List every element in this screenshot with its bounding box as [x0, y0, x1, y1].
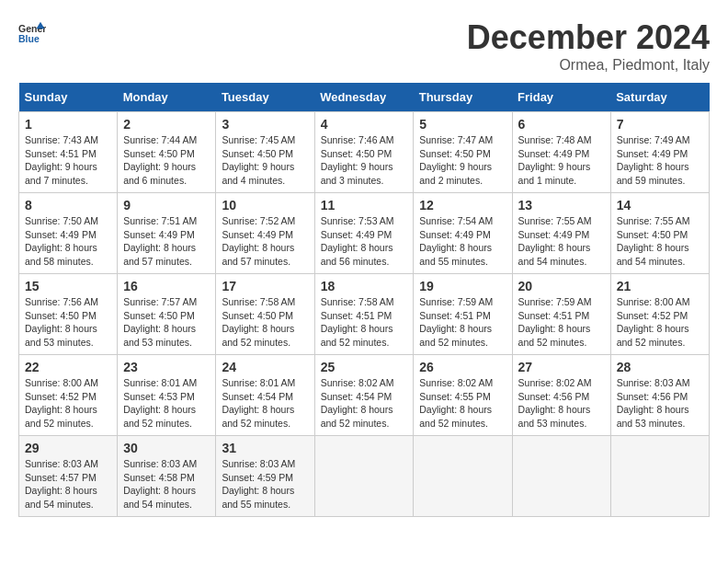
day-info: Sunrise: 7:44 AMSunset: 4:50 PMDaylight:…: [123, 134, 197, 186]
day-info: Sunrise: 7:47 AMSunset: 4:50 PMDaylight:…: [419, 134, 493, 186]
day-info: Sunrise: 7:49 AMSunset: 4:49 PMDaylight:…: [617, 134, 690, 186]
calendar-week-row: 22 Sunrise: 8:00 AMSunset: 4:52 PMDaylig…: [19, 355, 710, 436]
day-info: Sunrise: 8:00 AMSunset: 4:52 PMDaylight:…: [617, 296, 690, 348]
day-info: Sunrise: 8:02 AMSunset: 4:56 PMDaylight:…: [518, 377, 592, 429]
col-wednesday: Wednesday: [314, 83, 414, 112]
day-number: 23: [123, 360, 210, 374]
day-info: Sunrise: 8:03 AMSunset: 4:57 PMDaylight:…: [25, 458, 98, 510]
day-info: Sunrise: 7:43 AMSunset: 4:51 PMDaylight:…: [25, 134, 98, 186]
table-row: 19 Sunrise: 7:59 AMSunset: 4:51 PMDaylig…: [414, 274, 512, 355]
calendar-week-row: 1 Sunrise: 7:43 AMSunset: 4:51 PMDayligh…: [19, 112, 710, 193]
calendar-week-row: 8 Sunrise: 7:50 AMSunset: 4:49 PMDayligh…: [19, 193, 710, 274]
table-row: 14 Sunrise: 7:55 AMSunset: 4:50 PMDaylig…: [610, 193, 709, 274]
table-row: 8 Sunrise: 7:50 AMSunset: 4:49 PMDayligh…: [19, 193, 118, 274]
day-number: 24: [222, 360, 308, 374]
day-number: 15: [25, 279, 111, 293]
col-thursday: Thursday: [414, 83, 512, 112]
day-info: Sunrise: 7:53 AMSunset: 4:49 PMDaylight:…: [321, 215, 394, 267]
table-row: 2 Sunrise: 7:44 AMSunset: 4:50 PMDayligh…: [118, 112, 216, 193]
day-info: Sunrise: 8:02 AMSunset: 4:55 PMDaylight:…: [419, 377, 493, 429]
table-row: 24 Sunrise: 8:01 AMSunset: 4:54 PMDaylig…: [216, 355, 314, 436]
day-number: 5: [419, 117, 506, 132]
day-number: 27: [518, 360, 605, 374]
table-row: 9 Sunrise: 7:51 AMSunset: 4:49 PMDayligh…: [118, 193, 216, 274]
table-row: 21 Sunrise: 8:00 AMSunset: 4:52 PMDaylig…: [610, 274, 709, 355]
logo: General Blue: [18, 18, 50, 46]
day-info: Sunrise: 7:59 AMSunset: 4:51 PMDaylight:…: [419, 296, 493, 348]
table-row: 23 Sunrise: 8:01 AMSunset: 4:53 PMDaylig…: [118, 355, 216, 436]
day-info: Sunrise: 7:52 AMSunset: 4:49 PMDaylight:…: [222, 215, 295, 267]
col-sunday: Sunday: [19, 83, 118, 112]
day-number: 2: [123, 117, 210, 132]
col-friday: Friday: [512, 83, 610, 112]
day-info: Sunrise: 8:03 AMSunset: 4:59 PMDaylight:…: [222, 458, 295, 510]
table-row: [512, 436, 610, 517]
day-number: 31: [222, 441, 308, 455]
day-number: 20: [518, 279, 605, 293]
day-number: 30: [123, 441, 210, 455]
day-number: 11: [321, 198, 408, 213]
calendar-week-row: 15 Sunrise: 7:56 AMSunset: 4:50 PMDaylig…: [19, 274, 710, 355]
day-info: Sunrise: 7:50 AMSunset: 4:49 PMDaylight:…: [25, 215, 98, 267]
calendar-week-row: 29 Sunrise: 8:03 AMSunset: 4:57 PMDaylig…: [19, 436, 710, 517]
table-row: 1 Sunrise: 7:43 AMSunset: 4:51 PMDayligh…: [19, 112, 118, 193]
svg-text:Blue: Blue: [18, 33, 40, 44]
table-row: 15 Sunrise: 7:56 AMSunset: 4:50 PMDaylig…: [19, 274, 118, 355]
day-info: Sunrise: 7:56 AMSunset: 4:50 PMDaylight:…: [25, 296, 98, 348]
table-row: 10 Sunrise: 7:52 AMSunset: 4:49 PMDaylig…: [216, 193, 314, 274]
col-tuesday: Tuesday: [216, 83, 314, 112]
table-row: 28 Sunrise: 8:03 AMSunset: 4:56 PMDaylig…: [610, 355, 709, 436]
col-saturday: Saturday: [610, 83, 709, 112]
day-info: Sunrise: 7:46 AMSunset: 4:50 PMDaylight:…: [321, 134, 394, 186]
table-row: 22 Sunrise: 8:00 AMSunset: 4:52 PMDaylig…: [19, 355, 118, 436]
table-row: 25 Sunrise: 8:02 AMSunset: 4:54 PMDaylig…: [314, 355, 414, 436]
table-row: 27 Sunrise: 8:02 AMSunset: 4:56 PMDaylig…: [512, 355, 610, 436]
day-info: Sunrise: 8:00 AMSunset: 4:52 PMDaylight:…: [25, 377, 98, 429]
table-row: 26 Sunrise: 8:02 AMSunset: 4:55 PMDaylig…: [414, 355, 512, 436]
table-row: [414, 436, 512, 517]
day-info: Sunrise: 7:57 AMSunset: 4:50 PMDaylight:…: [123, 296, 197, 348]
day-number: 14: [617, 198, 703, 213]
day-info: Sunrise: 7:59 AMSunset: 4:51 PMDaylight:…: [518, 296, 592, 348]
title-section: December 2024 Ormea, Piedmont, Italy: [467, 18, 710, 74]
table-row: 18 Sunrise: 7:58 AMSunset: 4:51 PMDaylig…: [314, 274, 414, 355]
calendar-table: Sunday Monday Tuesday Wednesday Thursday…: [18, 83, 710, 517]
table-row: 6 Sunrise: 7:48 AMSunset: 4:49 PMDayligh…: [512, 112, 610, 193]
day-info: Sunrise: 7:48 AMSunset: 4:49 PMDaylight:…: [518, 134, 592, 186]
page-header: General Blue December 2024 Ormea, Piedmo…: [18, 18, 710, 74]
day-info: Sunrise: 7:51 AMSunset: 4:49 PMDaylight:…: [123, 215, 197, 267]
day-number: 3: [222, 117, 308, 132]
day-number: 17: [222, 279, 308, 293]
table-row: 4 Sunrise: 7:46 AMSunset: 4:50 PMDayligh…: [314, 112, 414, 193]
day-number: 10: [222, 198, 308, 213]
day-info: Sunrise: 7:58 AMSunset: 4:50 PMDaylight:…: [222, 296, 295, 348]
day-number: 28: [617, 360, 703, 374]
day-number: 8: [25, 198, 111, 213]
table-row: [610, 436, 709, 517]
day-info: Sunrise: 8:01 AMSunset: 4:53 PMDaylight:…: [123, 377, 197, 429]
table-row: 30 Sunrise: 8:03 AMSunset: 4:58 PMDaylig…: [118, 436, 216, 517]
day-info: Sunrise: 8:03 AMSunset: 4:56 PMDaylight:…: [617, 377, 690, 429]
day-number: 6: [518, 117, 605, 132]
day-number: 29: [25, 441, 111, 455]
col-monday: Monday: [118, 83, 216, 112]
day-number: 19: [419, 279, 506, 293]
day-number: 4: [321, 117, 408, 132]
table-row: 17 Sunrise: 7:58 AMSunset: 4:50 PMDaylig…: [216, 274, 314, 355]
day-number: 26: [419, 360, 506, 374]
day-info: Sunrise: 7:58 AMSunset: 4:51 PMDaylight:…: [321, 296, 394, 348]
table-row: 5 Sunrise: 7:47 AMSunset: 4:50 PMDayligh…: [414, 112, 512, 193]
day-info: Sunrise: 8:03 AMSunset: 4:58 PMDaylight:…: [123, 458, 197, 510]
day-number: 18: [321, 279, 408, 293]
table-row: 11 Sunrise: 7:53 AMSunset: 4:49 PMDaylig…: [314, 193, 414, 274]
day-number: 7: [617, 117, 703, 132]
day-number: 12: [419, 198, 506, 213]
day-info: Sunrise: 7:45 AMSunset: 4:50 PMDaylight:…: [222, 134, 295, 186]
general-blue-icon: General Blue: [18, 18, 46, 46]
day-number: 21: [617, 279, 703, 293]
table-row: 16 Sunrise: 7:57 AMSunset: 4:50 PMDaylig…: [118, 274, 216, 355]
day-info: Sunrise: 7:54 AMSunset: 4:49 PMDaylight:…: [419, 215, 493, 267]
day-number: 9: [123, 198, 210, 213]
day-number: 25: [321, 360, 408, 374]
day-info: Sunrise: 7:55 AMSunset: 4:49 PMDaylight:…: [518, 215, 592, 267]
